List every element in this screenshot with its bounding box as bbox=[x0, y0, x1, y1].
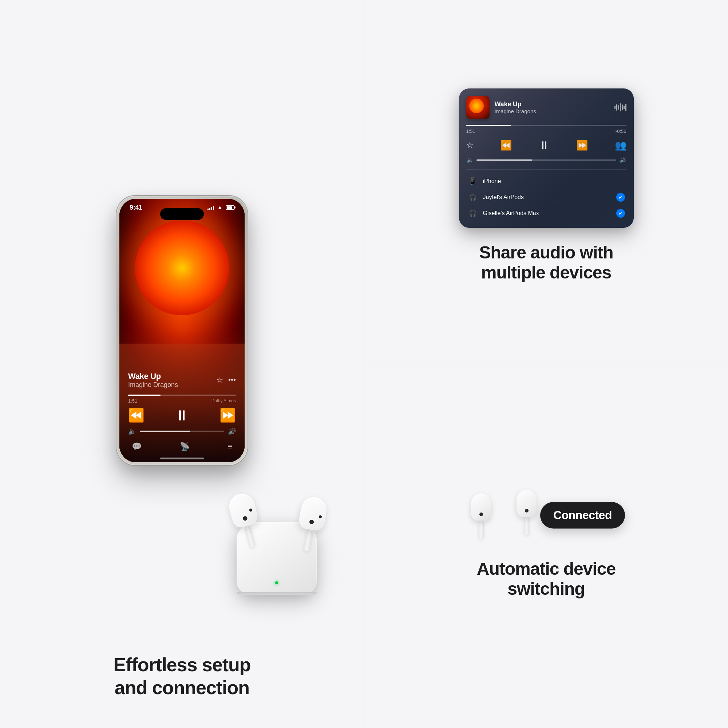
widget-progress-bar[interactable] bbox=[466, 125, 626, 126]
volume-bar[interactable] bbox=[140, 431, 224, 432]
right-panel: Wake Up Imagine Dragons bbox=[364, 0, 728, 728]
playback-controls: ⏪ ⏸ ⏩ bbox=[128, 407, 236, 424]
case-led bbox=[275, 581, 278, 584]
giselles-airpods-icon: 🎧 bbox=[468, 209, 478, 217]
widget-progress-fill bbox=[466, 125, 511, 126]
widget-progress-section: 1:51 -0:56 bbox=[466, 125, 626, 134]
left-caption: Effortless setup and connection bbox=[113, 653, 251, 699]
pause-button[interactable]: ⏸ bbox=[175, 407, 189, 424]
demo-pod-stem-right bbox=[524, 517, 529, 535]
track-title: Wake Up bbox=[128, 372, 178, 381]
left-caption-line2: and connection bbox=[113, 676, 251, 699]
airpod-sensor-left bbox=[242, 516, 248, 521]
iphone-device-name: iPhone bbox=[483, 178, 625, 185]
chat-icon[interactable]: 💬 bbox=[132, 442, 142, 451]
progress-fill bbox=[128, 395, 161, 396]
switching-demo: Connected bbox=[467, 486, 625, 544]
dynamic-island bbox=[160, 208, 204, 220]
demo-pod-body-right bbox=[517, 489, 537, 517]
track-actions: ☆ ••• bbox=[217, 376, 236, 384]
volume-high-icon: 🔊 bbox=[228, 427, 236, 435]
jaytels-airpods-icon: 🎧 bbox=[468, 194, 478, 201]
widget-inner: Wake Up Imagine Dragons bbox=[466, 96, 626, 220]
dolby-badge: Dolby Atmos bbox=[211, 398, 236, 404]
device-item-iphone[interactable]: 📱 iPhone bbox=[466, 174, 626, 188]
widget-volume-low-icon: 🔈 bbox=[466, 156, 474, 164]
time-elapsed: 1:51 bbox=[128, 398, 137, 404]
airplay-icon[interactable]: 📡 bbox=[180, 442, 190, 451]
giselles-airpods-name: Giselle's AirPods Max bbox=[483, 210, 611, 217]
device-item-giselles-airpods[interactable]: 🎧 Giselle's AirPods Max bbox=[466, 206, 626, 220]
airpod-stem-right bbox=[304, 529, 313, 552]
status-bar: 9:41 ▲ bbox=[119, 204, 245, 211]
track-info: Wake Up Imagine Dragons ☆ ••• bbox=[128, 372, 236, 389]
demo-sensor-left bbox=[479, 512, 483, 516]
fast-forward-button[interactable]: ⏩ bbox=[219, 408, 236, 423]
track-artist: Imagine Dragons bbox=[128, 381, 178, 389]
airpod-body-left bbox=[226, 491, 260, 529]
widget-volume-high-icon: 🔊 bbox=[619, 156, 626, 164]
demo-sensor-right bbox=[525, 509, 529, 512]
right-caption-bottom-line1: Automatic device bbox=[477, 559, 616, 579]
waveform-icon bbox=[615, 102, 626, 112]
volume-fill bbox=[140, 431, 190, 432]
airpod-sensor-right bbox=[309, 519, 314, 525]
widget-artist: Imagine Dragons bbox=[495, 108, 609, 114]
battery-icon bbox=[226, 205, 234, 210]
widget-time-remaining: -0:56 bbox=[616, 128, 626, 134]
airpod-stem-left bbox=[244, 525, 255, 548]
jaytels-check-icon bbox=[616, 193, 625, 202]
widget-times: 1:51 -0:56 bbox=[466, 128, 626, 134]
queue-icon[interactable]: ≡ bbox=[228, 442, 232, 451]
status-time: 9:41 bbox=[130, 204, 142, 211]
widget-share-button[interactable]: 👥 bbox=[615, 140, 626, 151]
widget-controls: ☆ ⏪ ⏸ ⏩ 👥 bbox=[466, 139, 626, 151]
connected-pill: Connected bbox=[540, 502, 625, 529]
widget-forward-button[interactable]: ⏩ bbox=[576, 140, 588, 151]
iphone-device-icon: 📱 bbox=[468, 177, 478, 186]
device-list: 📱 iPhone 🎧 Jaytel's AirPods 🎧 Giselle's … bbox=[466, 174, 626, 220]
airpod-right bbox=[294, 495, 329, 553]
progress-times: 1:51 Dolby Atmos bbox=[128, 398, 236, 404]
giselles-check-icon bbox=[616, 209, 625, 218]
left-content: 9:41 ▲ bbox=[15, 22, 349, 639]
left-caption-line1: Effortless setup bbox=[113, 653, 251, 676]
signal-bar-4 bbox=[213, 206, 214, 210]
widget-volume-bar[interactable] bbox=[476, 159, 616, 161]
airpod-body-right bbox=[298, 495, 329, 532]
airpod-sensor2-left bbox=[249, 509, 252, 512]
more-icon[interactable]: ••• bbox=[228, 376, 236, 384]
music-player: Wake Up Imagine Dragons ☆ ••• bbox=[119, 372, 245, 462]
signal-bar-2 bbox=[209, 208, 210, 210]
widget-album-art bbox=[466, 96, 489, 119]
signal-icon bbox=[208, 205, 214, 210]
progress-bar[interactable] bbox=[128, 395, 236, 396]
airpod-left bbox=[226, 491, 265, 551]
widget-sun-graphic bbox=[469, 99, 484, 113]
iphone-device: 9:41 ▲ bbox=[116, 196, 248, 465]
widget-divider bbox=[466, 169, 626, 170]
battery-fill bbox=[227, 206, 232, 209]
signal-bar-3 bbox=[211, 207, 212, 210]
widget-pause-button[interactable]: ⏸ bbox=[539, 139, 550, 151]
right-top-section: Wake Up Imagine Dragons bbox=[364, 0, 728, 364]
music-widget: Wake Up Imagine Dragons bbox=[459, 89, 634, 228]
track-details: Wake Up Imagine Dragons bbox=[128, 372, 178, 389]
demo-airpod-right bbox=[517, 489, 537, 535]
bottom-nav: 💬 📡 ≡ bbox=[128, 438, 236, 451]
jaytels-airpods-name: Jaytel's AirPods bbox=[483, 194, 611, 200]
favorite-icon[interactable]: ☆ bbox=[217, 376, 223, 384]
iphone-screen: 9:41 ▲ bbox=[119, 199, 245, 462]
widget-rewind-button[interactable]: ⏪ bbox=[500, 140, 512, 151]
widget-favorite-button[interactable]: ☆ bbox=[466, 141, 474, 150]
progress-section: 1:51 Dolby Atmos bbox=[128, 395, 236, 404]
right-caption-top-line1: Share audio with bbox=[479, 242, 613, 262]
right-caption-top-line2: multiple devices bbox=[479, 262, 613, 283]
right-caption-bottom-line2: switching bbox=[477, 579, 616, 599]
widget-track-info: Wake Up Imagine Dragons bbox=[495, 101, 609, 114]
rewind-button[interactable]: ⏪ bbox=[128, 408, 145, 423]
widget-header: Wake Up Imagine Dragons bbox=[466, 96, 626, 119]
wifi-icon: ▲ bbox=[217, 204, 223, 211]
device-item-jaytels-airpods[interactable]: 🎧 Jaytel's AirPods bbox=[466, 190, 626, 205]
demo-pod-body-left bbox=[471, 493, 491, 520]
